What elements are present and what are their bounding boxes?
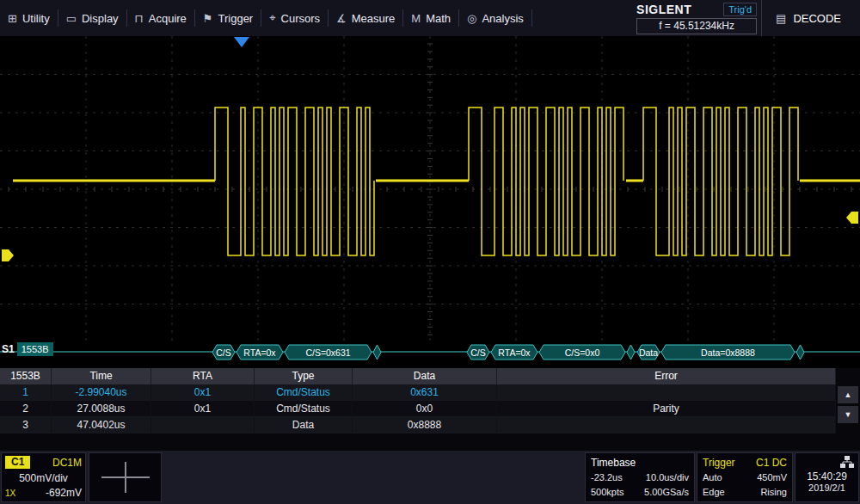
table-row[interactable]: 347.0402usData0x8888 <box>0 417 836 433</box>
channel1-offset: -692mV <box>46 487 82 499</box>
table-row[interactable]: 227.0088us0x1Cmd/Status0x0Parity <box>0 401 836 417</box>
table-cell: 0x1 <box>151 384 255 401</box>
table-cell: 1 <box>0 384 52 401</box>
menu-separator <box>531 9 532 27</box>
analysis-icon: ◎ <box>467 12 476 25</box>
column-header-type: Type <box>255 368 353 384</box>
oscilloscope-screen: ⊞Utility▭Display⊓Acquire⚑Trigger⌖Cursors… <box>0 0 860 504</box>
trigger-panel[interactable]: Trigger C1 DC Auto 450mV Edge Rising <box>697 452 793 502</box>
trigger-source: C1 DC <box>756 455 787 470</box>
table-cell: 27.0088us <box>52 401 151 417</box>
cursors-icon: ⌖ <box>269 11 275 25</box>
waveform-display: C/SRTA=0xC/S=0x631C/SRTA=0xC/S=0x0DataDa… <box>0 36 860 368</box>
menu-item-math[interactable]: MMath <box>403 0 458 36</box>
decode-frame-label: C/S=0x0 <box>565 347 600 358</box>
menu-item-analysis[interactable]: ◎Analysis <box>459 0 531 36</box>
table-scroll-buttons: ▲ ▼ <box>838 386 858 423</box>
scroll-down-button[interactable]: ▼ <box>838 406 858 423</box>
decode-frame-label: Data <box>639 347 658 358</box>
trigger-slope: Rising <box>757 485 787 500</box>
decode-source-label: S1 <box>2 343 15 355</box>
plus-icon <box>125 462 126 493</box>
decode-icon: ▤ <box>776 12 786 25</box>
channel1-panel[interactable]: C1 DC1M 500mV/div 1X -692mV <box>1 452 86 502</box>
decode-frame-label: Data=0x8888 <box>701 347 755 358</box>
trigger-status-badge: Trig'd <box>723 3 757 16</box>
trigger-mode: Auto <box>703 470 757 485</box>
brand-block: SIGLENT Trig'd f = 45.51234kHz <box>632 0 761 36</box>
menu-item-trigger[interactable]: ⚑Trigger <box>195 0 261 36</box>
menu-label: Display <box>82 12 119 25</box>
decode-button-label: DECODE <box>793 12 841 25</box>
menubar-items: ⊞Utility▭Display⊓Acquire⚑Trigger⌖Cursors… <box>0 0 632 36</box>
menu-item-acquire[interactable]: ⊓Acquire <box>127 0 194 36</box>
scroll-up-button[interactable]: ▲ <box>838 386 858 403</box>
column-header-error: Error <box>497 368 836 384</box>
timebase-points: 500kpts <box>591 485 644 500</box>
measure-icon: ∡ <box>336 12 347 25</box>
utility-icon: ⊞ <box>8 12 17 25</box>
clock-panel: 15:40:29 2019/2/1 <box>795 452 859 502</box>
network-icon[interactable] <box>840 456 854 468</box>
math-icon: M <box>411 12 421 25</box>
decode-frame-label: C/S=0x631 <box>305 347 350 358</box>
table-cell: 47.0402us <box>52 417 151 433</box>
table-cell <box>497 384 836 401</box>
table-cell: 0x0 <box>353 401 497 417</box>
menu-label: Measure <box>352 12 396 25</box>
trigger-position-marker[interactable] <box>234 37 249 47</box>
table-cell: 0x8888 <box>353 417 497 433</box>
column-header-rta: RTA <box>151 368 255 384</box>
acquire-icon: ⊓ <box>135 12 144 25</box>
channel1-coupling: DC1M <box>52 457 82 469</box>
menu-item-utility[interactable]: ⊞Utility <box>0 0 58 36</box>
decode-frame-end-marker <box>373 345 381 360</box>
display-icon: ▭ <box>66 12 77 25</box>
decode-frame-label: C/S <box>470 347 486 358</box>
menu-item-display[interactable]: ▭Display <box>58 0 126 36</box>
timebase-sample-rate: 5.00GSa/s <box>644 485 689 500</box>
timebase-panel[interactable]: Timebase -23.2us 10.0us/div 500kpts 5.00… <box>585 452 695 502</box>
table-cell: Cmd/Status <box>255 384 353 401</box>
table-cell: 0x1 <box>151 401 255 417</box>
waveform-burst-trace <box>215 108 374 255</box>
menu-item-cursors[interactable]: ⌖Cursors <box>261 0 328 36</box>
channel1-probe: 1X <box>5 489 15 498</box>
table-cell: 0x631 <box>353 384 497 401</box>
decode-table-header: 1553BTimeRTATypeDataError <box>0 368 836 384</box>
table-row[interactable]: 1-2.99040us0x1Cmd/Status0x631 <box>0 384 836 401</box>
timebase-label: Timebase <box>591 455 636 470</box>
status-bar: C1 DC1M 500mV/div 1X -692mV Timebase -23… <box>0 451 860 504</box>
channel1-offset-marker[interactable] <box>2 249 14 261</box>
table-cell: Cmd/Status <box>255 401 353 417</box>
frequency-readout: f = 45.51234kHz <box>636 18 757 34</box>
timebase-delay: -23.2us <box>591 470 644 485</box>
channel1-badge: C1 <box>5 456 30 469</box>
decode-frame-label: C/S <box>216 347 231 358</box>
waveform-canvas: C/SRTA=0xC/S=0x631C/SRTA=0xC/S=0x0DataDa… <box>0 36 860 368</box>
trigger-type: Edge <box>703 485 757 500</box>
table-cell <box>151 417 255 433</box>
menu-label: Acquire <box>149 12 187 25</box>
decode-button[interactable]: ▤ DECODE <box>761 0 860 36</box>
clock-time: 15:40:29 <box>799 470 855 482</box>
trigger-label: Trigger <box>703 455 735 470</box>
table-cell <box>497 417 836 433</box>
trigger-level-marker[interactable] <box>846 212 858 224</box>
menubar: ⊞Utility▭Display⊓Acquire⚑Trigger⌖Cursors… <box>0 0 860 36</box>
column-header-data: Data <box>353 368 497 384</box>
trigger-flag-icon: ⚑ <box>203 12 213 25</box>
decode-bus-name-chip: 1553B <box>17 342 53 356</box>
channel1-scale: 500mV/div <box>19 472 68 484</box>
menu-label: Cursors <box>281 12 321 25</box>
waveform-burst-trace <box>643 108 798 255</box>
add-trace-panel[interactable] <box>89 452 162 502</box>
siglent-logo: SIGLENT <box>636 3 691 16</box>
menu-label: Utility <box>22 12 50 25</box>
waveform-burst-trace <box>469 108 624 255</box>
menu-item-measure[interactable]: ∡Measure <box>329 0 402 36</box>
timebase-scale: 10.0us/div <box>644 470 689 485</box>
decode-frame-label: RTA=0x <box>498 347 531 358</box>
decode-frame-label: RTA=0x <box>243 347 276 358</box>
menu-label: Analysis <box>482 12 523 25</box>
